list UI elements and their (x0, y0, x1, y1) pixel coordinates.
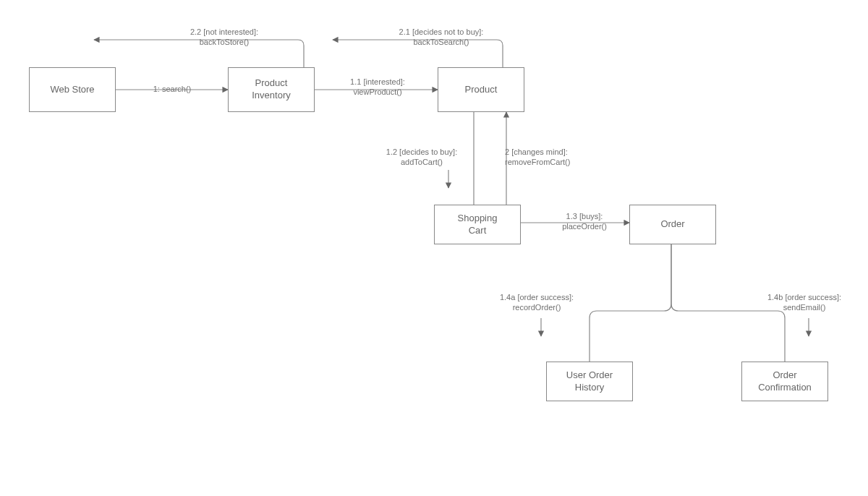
edge-label-place-order: 1.3 [buys]: placeOrder() (548, 212, 621, 232)
node-label: Web Store (50, 84, 94, 96)
node-label: Shopping Cart (458, 213, 498, 237)
edge-label-back-to-search: 2.1 [decides not to buy]: backToSearch() (380, 27, 503, 48)
node-product: Product (438, 67, 524, 112)
edge-label-search: 1: search() (141, 85, 203, 95)
node-label: User Order History (566, 369, 613, 394)
edge-label-add-to-cart: 1.2 [decides to buy]: addToCart() (375, 147, 469, 168)
node-order: Order (629, 205, 716, 244)
edge-label-back-to-store: 2.2 [not interested]: backToStore() (163, 27, 286, 48)
edge-label-remove-from-cart: 2 [changes mind]: removeFromCart() (505, 147, 599, 168)
node-shopping-cart: Shopping Cart (434, 205, 521, 244)
node-label: Product (465, 84, 498, 96)
node-label: Order Confirmation (758, 369, 812, 394)
node-web-store: Web Store (29, 67, 116, 112)
diagram-connectors (0, 0, 868, 496)
edge-label-view-product: 1.1 [interested]: viewProduct() (334, 77, 421, 98)
node-label: Order (660, 218, 684, 231)
edge-label-record-order: 1.4a [order success]: recordOrder() (482, 293, 591, 313)
node-label: Product Inventory (252, 77, 290, 102)
edge-label-send-email: 1.4b [order success]: sendEmail() (750, 293, 859, 313)
node-order-confirmation: Order Confirmation (741, 362, 828, 401)
node-user-order-history: User Order History (546, 362, 633, 401)
node-product-inventory: Product Inventory (228, 67, 315, 112)
